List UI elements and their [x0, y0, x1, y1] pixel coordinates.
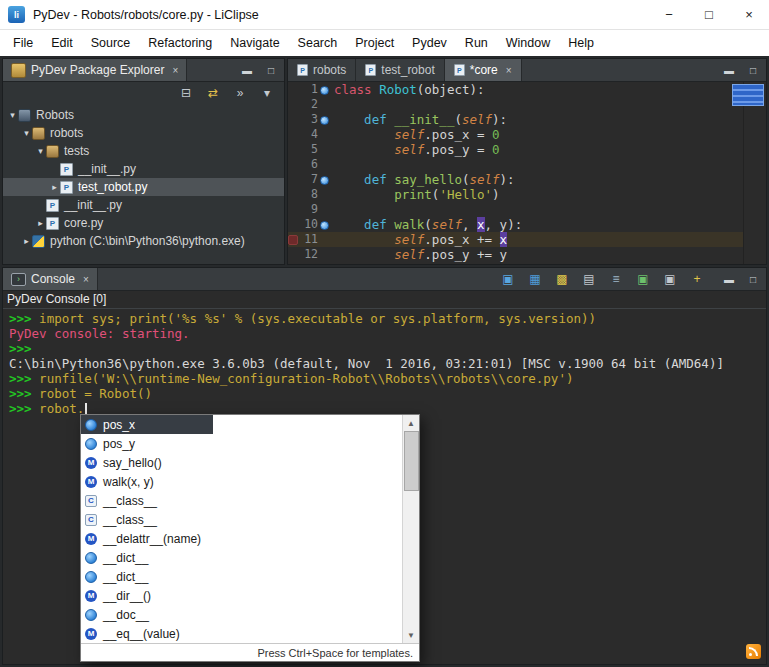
menu-pydev[interactable]: Pydev [403, 30, 456, 56]
code-line[interactable]: 9 [288, 202, 766, 217]
code-line[interactable]: 4 self.pos_x = 0 [288, 127, 766, 142]
expand-arrow-icon[interactable]: ▸ [21, 236, 32, 246]
completion-label: __dict__ [103, 570, 148, 584]
clear-console-icon[interactable]: ▩ [555, 273, 569, 285]
menu-window[interactable]: Window [497, 30, 559, 56]
code-editor[interactable]: 1class Robot(object):23 def __init__(sel… [288, 82, 766, 264]
tree-item[interactable]: ▾Robots [3, 106, 284, 124]
view-menu-icon[interactable]: ▾ [260, 87, 274, 99]
completion-item[interactable]: C__class__ [81, 510, 419, 529]
menu-refactoring[interactable]: Refactoring [139, 30, 221, 56]
code-line[interactable]: 2 [288, 97, 766, 112]
display-selected-console-icon[interactable]: ▣ [636, 273, 650, 285]
minimize-view-icon[interactable]: ▬ [242, 65, 252, 76]
expand-arrow-icon[interactable]: ▾ [7, 110, 18, 120]
console-line[interactable]: >>> runfile('W:\\runtime-New_configurati… [9, 371, 766, 386]
minimize-editor-icon[interactable]: ▬ [724, 65, 734, 76]
menu-source[interactable]: Source [82, 30, 140, 56]
window-maximize-button[interactable]: □ [689, 0, 729, 29]
scroll-up-icon[interactable]: ▲ [403, 415, 419, 431]
tree-item[interactable]: ▸python (C:\bin\Python36\python.exe) [3, 232, 284, 250]
window-close-button[interactable]: × [729, 0, 769, 29]
pin-console-icon[interactable]: ▣ [501, 273, 515, 285]
completion-item[interactable]: pos_y [81, 434, 419, 453]
console-line[interactable]: PyDev console: starting. [9, 326, 766, 341]
completion-item[interactable]: M__delattr__(name) [81, 529, 419, 548]
code-line[interactable]: 7 def say_hello(self): [288, 172, 766, 187]
link-with-editor-icon[interactable]: ⇄ [206, 87, 220, 99]
expand-arrow-icon[interactable]: ▾ [21, 128, 32, 138]
tree-item[interactable]: ▸core.py [3, 214, 284, 232]
menu-run[interactable]: Run [456, 30, 497, 56]
overview-selection-box[interactable] [732, 84, 764, 106]
editor-tab-robots[interactable]: robots [288, 59, 356, 81]
editor-tab-core[interactable]: *core× [445, 59, 522, 81]
completion-item[interactable]: C__class__ [81, 491, 419, 510]
menu-search[interactable]: Search [289, 30, 347, 56]
feed-icon[interactable] [746, 644, 761, 659]
completion-item[interactable]: Msay_hello() [81, 453, 419, 472]
scroll-lock-icon[interactable]: ▤ [582, 273, 596, 285]
autocomplete-scrollbar[interactable]: ▲ ▼ [402, 415, 419, 643]
completion-label: __dict__ [103, 551, 148, 565]
window-title: PyDev - Robots/robots/core.py - LiClipse [33, 8, 259, 22]
tree-item[interactable]: __init__.py [3, 196, 284, 214]
completion-item[interactable]: __dict__ [81, 567, 419, 586]
tree-item[interactable]: ▸test_robot.py [3, 178, 284, 196]
code-line[interactable]: 1class Robot(object): [288, 82, 766, 97]
tree-item[interactable]: ▾robots [3, 124, 284, 142]
word-wrap-icon[interactable]: ≡ [609, 273, 623, 285]
tree-item[interactable]: ▾tests [3, 142, 284, 160]
expand-arrow-icon[interactable]: ▾ [35, 146, 46, 156]
console-line[interactable]: >>> robot = Robot() [9, 386, 766, 401]
code-line[interactable]: 8 print('Hello') [288, 187, 766, 202]
filters-icon[interactable]: » [233, 87, 247, 99]
tab-package-explorer[interactable]: PyDev Package Explorer × [3, 59, 187, 81]
tree-item-label: python (C:\bin\Python36\python.exe) [50, 234, 245, 248]
open-console-icon[interactable]: ▣ [663, 273, 677, 285]
code-line[interactable]: 11 self.pos_x += x [288, 232, 766, 247]
new-console-view-icon[interactable]: + [690, 273, 704, 285]
console-line[interactable]: >>> [9, 341, 766, 356]
completion-item[interactable]: Mwalk(x, y) [81, 472, 419, 491]
tab-console[interactable]: Console × [3, 268, 98, 290]
menu-file[interactable]: File [4, 30, 42, 56]
code-line[interactable]: 6 [288, 157, 766, 172]
save-console-icon[interactable]: ▦ [528, 273, 542, 285]
window-minimize-button[interactable]: − [649, 0, 689, 29]
console-line[interactable]: >>> import sys; print('%s %s' % (sys.exe… [9, 311, 766, 326]
collapse-all-icon[interactable]: ⊟ [179, 87, 193, 99]
minimize-console-icon[interactable]: ▬ [724, 274, 734, 285]
completion-label: pos_x [103, 418, 135, 432]
code-line[interactable]: 3 def __init__(self): [288, 112, 766, 127]
expand-arrow-icon[interactable]: ▸ [49, 182, 60, 192]
completion-item[interactable]: __dict__ [81, 548, 419, 567]
tab-label: Console [31, 272, 75, 286]
completion-item[interactable]: __doc__ [81, 605, 419, 624]
tree-item[interactable]: __init__.py [3, 160, 284, 178]
menu-project[interactable]: Project [346, 30, 403, 56]
code-line[interactable]: 5 self.pos_y = 0 [288, 142, 766, 157]
menu-help[interactable]: Help [559, 30, 603, 56]
overview-ruler[interactable] [743, 82, 766, 264]
scrollbar-thumb[interactable] [404, 431, 419, 491]
close-icon[interactable]: × [83, 274, 89, 285]
console-line[interactable]: C:\bin\Python36\python.exe 3.6.0b3 (defa… [9, 356, 766, 371]
console-output[interactable]: >>> import sys; print('%s %s' % (sys.exe… [3, 309, 766, 416]
code-line[interactable]: 12 self.pos_y += y [288, 247, 766, 262]
editor-tab-test_robot[interactable]: test_robot [356, 59, 444, 81]
close-icon[interactable]: × [172, 65, 178, 76]
line-number: 6 [298, 157, 318, 172]
scroll-down-icon[interactable]: ▼ [403, 627, 419, 643]
maximize-view-icon[interactable]: □ [268, 65, 274, 76]
code-line[interactable]: 10 def walk(self, x, y): [288, 217, 766, 232]
expand-arrow-icon[interactable]: ▸ [35, 218, 46, 228]
menu-navigate[interactable]: Navigate [221, 30, 288, 56]
close-icon[interactable]: × [506, 65, 512, 76]
completion-item[interactable]: M__eq__(value) [81, 624, 419, 643]
completion-item[interactable]: M__dir__() [81, 586, 419, 605]
menu-edit[interactable]: Edit [42, 30, 82, 56]
completion-item[interactable]: pos_x [81, 415, 419, 434]
maximize-editor-icon[interactable]: □ [750, 65, 756, 76]
maximize-console-icon[interactable]: □ [750, 274, 756, 285]
